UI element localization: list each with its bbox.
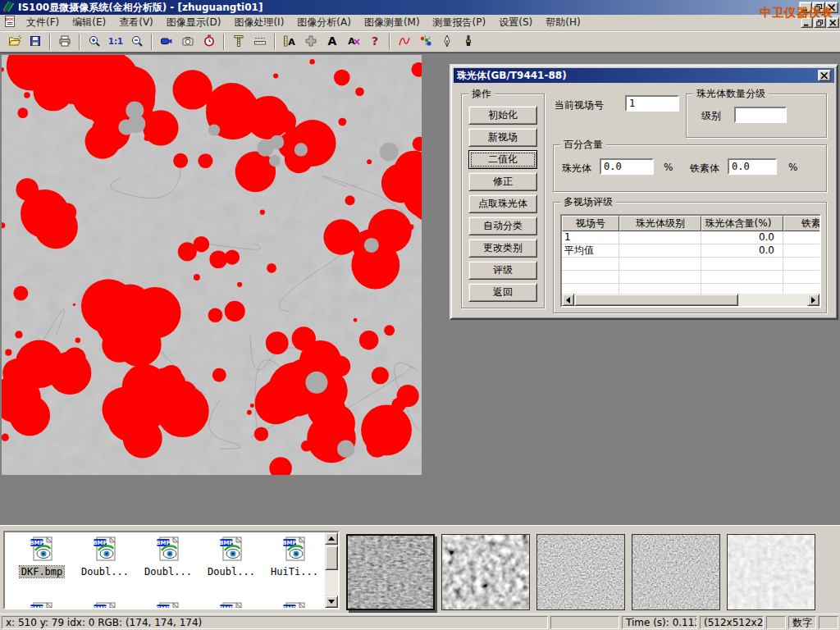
file-item[interactable]: BMP <box>138 601 199 609</box>
brush-tool-button[interactable] <box>458 33 479 51</box>
menu-image-measure[interactable]: 图像测量(M) <box>358 14 427 31</box>
pick-pearlite-button[interactable]: 点取珠光体 <box>468 194 537 213</box>
zoom-out-button[interactable] <box>126 33 148 51</box>
file-item[interactable]: BMP <box>264 601 325 609</box>
svg-text:2: 2 <box>428 36 431 40</box>
curve-icon <box>398 34 411 50</box>
menu-view[interactable]: 查看(V) <box>112 14 160 31</box>
video-capture-button[interactable] <box>156 33 177 51</box>
file-item[interactable]: BMP <box>201 601 262 609</box>
menu-image-analysis[interactable]: 图像分析(A) <box>290 14 358 31</box>
svg-text:BMP: BMP <box>30 605 43 609</box>
table-h-scrollbar[interactable] <box>562 294 819 306</box>
main-toolbar: 1:1 A A A ? 123 <box>0 31 840 52</box>
file-item[interactable]: BMP <box>75 601 135 609</box>
actual-size-button[interactable]: 1:1 <box>105 33 126 51</box>
level-input[interactable] <box>734 107 787 123</box>
menu-settings[interactable]: 设置(S) <box>492 14 539 31</box>
pearlite-percent-input[interactable]: 0.0 <box>600 158 654 175</box>
menu-image-process[interactable]: 图像处理(I) <box>227 14 290 31</box>
binarize-button[interactable]: 二值化 <box>468 150 537 169</box>
open-button[interactable] <box>3 33 25 51</box>
table-cell <box>783 231 821 244</box>
header-pearlite-grade: 珠光体级别 <box>619 216 701 231</box>
ruler-measure-button[interactable] <box>249 33 271 51</box>
document-icon[interactable]: DOC <box>3 15 16 30</box>
table-cell <box>619 244 701 258</box>
file-item[interactable]: BMP <box>11 601 72 609</box>
move-annotation-button[interactable] <box>300 33 322 51</box>
v-scroll-thumb[interactable] <box>325 546 338 570</box>
table-row[interactable]: 平均值0.0 <box>562 244 819 258</box>
grade-button[interactable]: 评级 <box>468 261 537 280</box>
table-cell <box>619 231 701 244</box>
thumbnail-1[interactable] <box>346 534 435 610</box>
thumbnail-3[interactable] <box>536 534 625 610</box>
print-button[interactable] <box>54 33 75 51</box>
empty-status-pane <box>766 616 786 629</box>
scroll-up-icon[interactable] <box>325 532 338 545</box>
dialog-title-bar[interactable]: 珠光体(GB/T9441-88) <box>454 68 834 83</box>
micrograph-image[interactable] <box>2 55 422 475</box>
zoom-out-icon <box>130 34 144 50</box>
caliper-icon <box>232 34 245 50</box>
scroll-right-icon[interactable] <box>807 294 819 306</box>
save-icon <box>29 34 42 50</box>
help-button[interactable]: ? <box>364 33 386 51</box>
mode-status: 数字 <box>788 616 816 629</box>
table-row[interactable]: 10.0 <box>562 231 819 244</box>
pen-tool-button[interactable] <box>436 33 458 51</box>
timer-button[interactable] <box>199 33 220 51</box>
menu-help[interactable]: 帮助(H) <box>539 14 587 31</box>
zoom-in-button[interactable] <box>84 33 105 51</box>
add-text-button[interactable]: A <box>322 33 343 51</box>
calibration-button[interactable]: A <box>279 33 300 51</box>
menu-image-display[interactable]: 图像显示(D) <box>160 14 228 31</box>
svg-text:1: 1 <box>424 34 427 39</box>
new-field-button[interactable]: 新视场 <box>468 128 537 147</box>
actual-size-icon: 1:1 <box>108 34 123 50</box>
count-points-button[interactable]: 123 <box>415 33 436 51</box>
percent-group-label: 百分含量 <box>560 139 606 150</box>
auto-classify-button[interactable]: 自动分类 <box>468 217 537 235</box>
file-list-scrollbar[interactable] <box>325 532 338 608</box>
scroll-left-icon[interactable] <box>562 294 574 306</box>
thumbnail-5[interactable] <box>727 534 815 610</box>
current-field-input[interactable]: 1 <box>625 95 679 112</box>
initialize-button[interactable]: 初始化 <box>468 106 537 125</box>
bmp-file-icon: BMP <box>155 553 181 564</box>
table-cell <box>701 258 783 271</box>
return-button[interactable]: 返回 <box>468 283 537 302</box>
ferrite-percent-input[interactable]: 0.0 <box>728 158 777 175</box>
time-status: Time (s): 0.113 <box>622 616 697 629</box>
scroll-down-icon[interactable] <box>325 596 338 608</box>
file-item[interactable]: BMPDoubl... <box>75 536 135 578</box>
table-row[interactable] <box>562 271 819 284</box>
brush-icon <box>462 34 475 50</box>
file-list[interactable]: BMPDKF.bmpBMPDoubl...BMPDoubl...BMPDoubl… <box>3 531 340 609</box>
thumbnail-2[interactable] <box>441 534 530 610</box>
dialog-close-button[interactable] <box>818 70 831 81</box>
delete-text-button[interactable]: A <box>343 33 364 51</box>
caliper-measure-button[interactable] <box>228 33 249 51</box>
curve-tool-button[interactable] <box>394 33 415 51</box>
thumbnail-4[interactable] <box>632 534 720 610</box>
correct-button[interactable]: 修正 <box>468 172 537 191</box>
multi-field-table[interactable]: 视场号 珠光体级别 珠光体含量(%) 铁素体 10.0平均值0.0 <box>560 214 821 308</box>
file-item[interactable]: BMPDKF.bmp <box>11 536 72 578</box>
menu-edit[interactable]: 编辑(E) <box>66 14 112 31</box>
save-button[interactable] <box>25 33 46 51</box>
bottom-panel: BMPDKF.bmpBMPDoubl...BMPDoubl...BMPDoubl… <box>0 525 840 614</box>
table-row[interactable] <box>562 258 819 271</box>
file-item[interactable]: BMPHuiTi... <box>264 536 325 578</box>
status-bar: x: 510 y: 79 idx: 0 RGB: (174, 174, 174)… <box>0 614 840 630</box>
change-class-button[interactable]: 更改类别 <box>468 239 537 258</box>
menu-file[interactable]: 文件(F) <box>20 14 66 31</box>
multi-field-group-label: 多视场评级 <box>560 196 616 208</box>
h-scroll-thumb[interactable] <box>574 294 738 306</box>
print-icon <box>58 34 71 50</box>
file-item[interactable]: BMPDoubl... <box>201 536 262 578</box>
menu-measure-report[interactable]: 测量报告(P) <box>427 14 493 31</box>
file-item[interactable]: BMPDoubl... <box>138 536 199 578</box>
snapshot-button[interactable] <box>177 33 199 51</box>
